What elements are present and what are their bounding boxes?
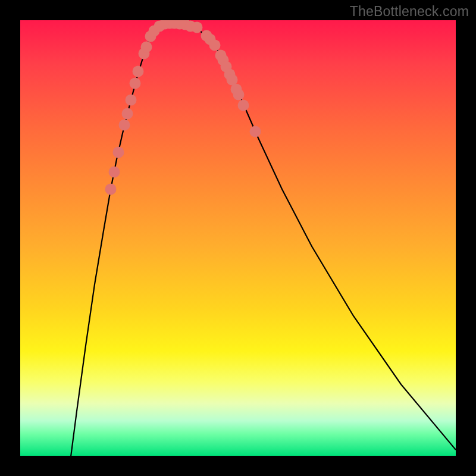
curve-marker	[126, 95, 137, 106]
curve-marker	[250, 126, 261, 137]
curve-marker	[192, 22, 203, 33]
curve-marker	[133, 66, 144, 77]
curve-marker	[141, 42, 152, 53]
curve-marker	[209, 40, 221, 51]
curve-marker	[130, 78, 141, 89]
chart-frame: TheBottleneck.com	[0, 0, 476, 476]
curve-layer	[20, 20, 456, 456]
curve-marker	[105, 184, 117, 195]
bottleneck-curve	[68, 24, 456, 456]
curve-marker	[122, 108, 133, 120]
curve-marker	[109, 167, 120, 178]
plot-area	[20, 20, 456, 456]
curve-marker	[233, 89, 245, 101]
curve-marker	[113, 147, 124, 158]
watermark-text: TheBottleneck.com	[350, 4, 469, 20]
curve-marker	[119, 120, 130, 131]
curve-marker	[238, 100, 249, 111]
